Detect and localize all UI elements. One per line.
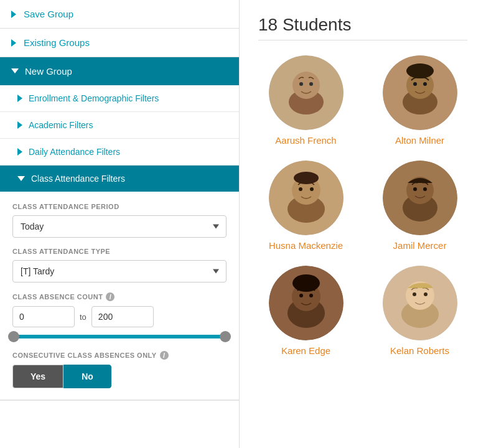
svg-point-16 [294,172,319,184]
svg-point-8 [413,82,417,86]
academic-label: Academic Filters [29,120,93,130]
slider-fill [14,335,225,338]
svg-point-31 [413,292,416,296]
sub-item-daily[interactable]: Daily Attendance Filters [0,139,239,166]
consecutive-toggle-group: Yes No [12,365,227,388]
academic-arrow-icon [17,121,22,129]
existing-groups-label: Existing Groups [24,37,90,48]
svg-point-9 [423,82,427,86]
divider [258,40,467,40]
students-label: Students [283,15,352,34]
range-min-input[interactable]: 0 [12,306,75,327]
range-slider[interactable] [12,335,227,338]
type-select[interactable]: [T] Tardy [A] Absent [E] Excused [12,260,227,282]
avatar [269,161,343,235]
avatar [269,55,343,130]
svg-point-4 [309,82,313,86]
sub-item-class[interactable]: Class Attendance Filters CLASS ATTENDANC… [0,166,239,400]
student-name: Aarush French [275,135,336,146]
svg-point-14 [299,187,302,191]
student-name: Husna Mackenzie [269,240,343,251]
svg-point-32 [424,292,428,296]
daily-label: Daily Attendance Filters [29,147,120,157]
range-to-label: to [80,312,86,322]
period-select-wrapper: Today This Week This Month Custom [12,215,227,238]
absence-count-label: CLASS ABSENCE COUNT i [12,292,227,301]
student-name: Karen Edge [281,345,330,356]
range-max-input[interactable]: 200 [91,306,154,327]
daily-arrow-icon [17,148,22,156]
type-select-wrapper: [T] Tardy [A] Absent [E] Excused [12,260,227,282]
student-name: Kelan Roberts [390,345,449,356]
svg-point-20 [413,187,417,191]
sub-item-academic[interactable]: Academic Filters [0,112,239,139]
avatar [269,266,343,340]
sidebar-item-existing-groups[interactable]: Existing Groups [0,29,239,57]
avatar [383,161,457,235]
consecutive-no-button[interactable]: No [63,365,111,388]
avatar [383,266,457,340]
consecutive-yes-button[interactable]: Yes [12,365,63,388]
main-content: 18 Students Aarush French [240,0,486,448]
enrollment-label: Enrollment & Demographic Filters [29,93,159,103]
consecutive-label: CONSECUTIVE CLASS ABSENCES ONLY i [12,351,227,360]
period-select[interactable]: Today This Week This Month Custom [12,215,227,238]
existing-groups-arrow-icon [11,39,17,47]
slider-thumb-left[interactable] [8,331,19,342]
student-name: Alton Milner [395,135,444,146]
new-group-label: New Group [25,66,72,77]
sub-item-enrollment[interactable]: Enrollment & Demographic Filters [0,85,239,112]
class-filter-content: CLASS ATTENDANCE PERIOD Today This Week … [0,192,239,399]
type-label: CLASS ATTENDANCE TYPE [12,248,227,255]
class-arrow-icon [17,176,25,181]
student-card[interactable]: Alton Milner [372,55,467,146]
absence-info-icon: i [106,292,114,301]
save-group-label: Save Group [24,9,73,19]
svg-point-3 [299,82,303,86]
svg-point-2 [292,72,320,99]
svg-point-25 [299,294,303,297]
new-group-arrow-icon [11,68,19,75]
student-card[interactable]: Karen Edge [258,266,353,356]
svg-point-21 [423,187,427,191]
svg-point-27 [292,274,320,292]
student-card[interactable]: Kelan Roberts [372,266,467,356]
slider-thumb-right[interactable] [220,331,231,342]
student-card[interactable]: Husna Mackenzie [258,161,353,251]
students-title: 18 Students [258,15,467,35]
sidebar-item-new-group[interactable]: New Group Enrollment & Demographic Filte… [0,57,239,401]
avatar [383,55,457,130]
new-group-sub-items: Enrollment & Demographic Filters Academi… [0,85,239,400]
consecutive-info-icon: i [160,351,169,360]
sidebar: Save Group Existing Groups New Group Enr… [0,0,240,448]
enrollment-arrow-icon [17,95,22,102]
sidebar-item-save-group[interactable]: Save Group [0,0,239,29]
slider-track [14,335,225,338]
svg-point-15 [310,187,314,191]
student-card[interactable]: Aarush French [258,55,353,146]
students-grid: Aarush French Alton Milner [258,55,467,356]
svg-point-26 [309,294,313,297]
range-inputs: 0 to 200 [12,306,227,327]
student-name: Jamil Mercer [393,240,447,251]
period-label: CLASS ATTENDANCE PERIOD [12,203,227,210]
student-card[interactable]: Jamil Mercer [372,161,467,251]
students-count: 18 [258,15,278,34]
class-label: Class Attendance Filters [31,174,125,184]
save-group-arrow-icon [11,11,17,18]
svg-point-10 [406,63,434,78]
